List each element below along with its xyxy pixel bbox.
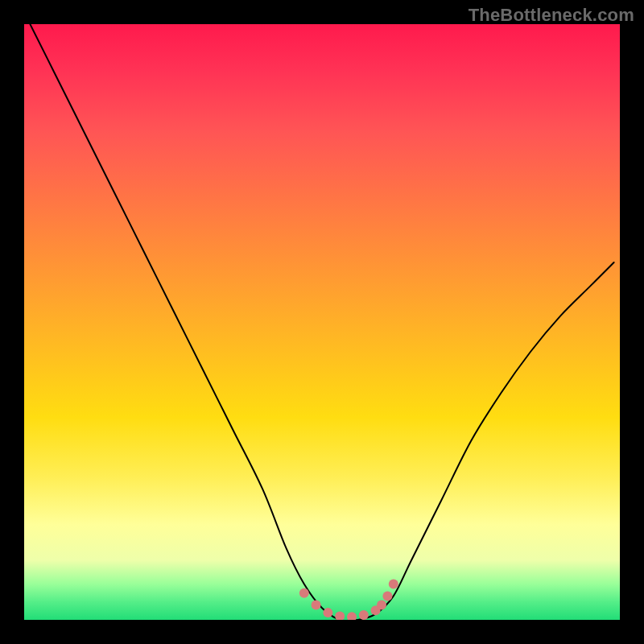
curve-marker <box>377 601 386 610</box>
curve-marker <box>347 612 357 620</box>
curve-marker <box>359 610 369 620</box>
plot-area <box>24 24 620 620</box>
curve-marker <box>382 591 392 601</box>
curve-marker <box>389 580 398 589</box>
curve-marker <box>335 612 345 620</box>
curve-marker <box>323 608 332 617</box>
watermark-text: TheBottleneck.com <box>469 5 634 26</box>
chart-frame: TheBottleneck.com <box>0 0 644 644</box>
chart-svg <box>24 24 620 620</box>
bottleneck-curve <box>30 24 613 620</box>
curve-marker <box>299 588 309 598</box>
curve-marker <box>312 601 321 610</box>
